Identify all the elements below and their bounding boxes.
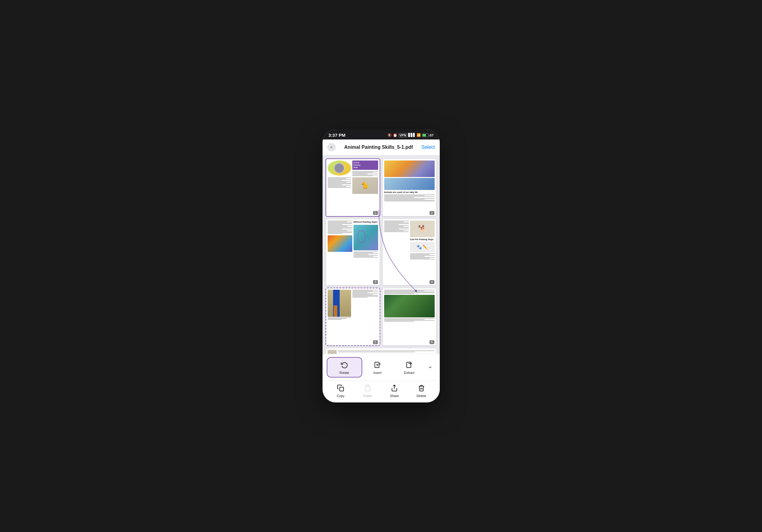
bottom-partial-page: 🧍 <box>326 348 436 354</box>
more-options-button[interactable] <box>425 362 435 372</box>
page2-heading: Animals are a part of our daily life <box>384 191 435 194</box>
device-frame: 3:37 PM 🔇 ⏰ VPN ▋▋▋ 📶 57 × Animal Painti… <box>323 129 440 403</box>
paste-icon <box>363 383 372 393</box>
status-icons: 🔇 ⏰ VPN ▋▋▋ 📶 57 <box>387 133 434 137</box>
page-thumb-2[interactable]: Animals are a part of our daily life 2 <box>383 159 436 216</box>
svg-rect-3 <box>366 385 369 386</box>
insert-icon <box>373 360 382 370</box>
paste-button[interactable]: Paste <box>354 383 381 398</box>
page-number-4: 4 <box>429 280 434 284</box>
rotate-button[interactable]: Rotate <box>327 358 362 377</box>
status-time: 3:37 PM <box>329 132 346 138</box>
nav-bar: × Animal Painting Skills_5-1.pdf Select <box>323 139 440 155</box>
delete-label: Delete <box>417 394 426 398</box>
extract-button[interactable]: Extract <box>394 360 425 374</box>
select-button[interactable]: Select <box>421 145 435 150</box>
extract-label: Extract <box>404 371 414 374</box>
page3-heading: Different Painting Styles <box>353 221 378 224</box>
page4-heading: Cute Pet Painting Steps <box>410 238 435 241</box>
bottom-toolbar: Rotate insert Extract <box>323 354 440 403</box>
clock-icon: ⏰ <box>393 133 397 137</box>
delete-button[interactable]: Delete <box>408 383 435 398</box>
vpn-label: VPN <box>399 133 407 137</box>
page-thumb-6[interactable]: 6 <box>383 288 436 345</box>
pdf-viewer: AnimalPaintingSkills 🐈 <box>323 155 440 354</box>
extract-icon <box>405 360 414 370</box>
paste-label: Paste <box>363 394 372 398</box>
page-number-6: 6 <box>429 340 434 344</box>
insert-button[interactable]: insert <box>362 360 394 374</box>
wifi-icon: 📶 <box>417 133 421 137</box>
battery-percent: 57 <box>430 133 433 137</box>
battery-icon <box>422 133 429 137</box>
volume-icon: 🔇 <box>387 133 392 137</box>
delete-icon <box>417 383 426 393</box>
signal-icon: ▋▋▋ <box>408 133 416 137</box>
toolbar-row1: Rotate insert Extract <box>323 354 440 381</box>
pages-grid: AnimalPaintingSkills 🐈 <box>326 159 436 345</box>
page-thumb-1[interactable]: AnimalPaintingSkills 🐈 <box>326 159 380 216</box>
rotate-icon <box>340 360 349 370</box>
insert-label: insert <box>373 371 381 374</box>
svg-rect-1 <box>407 362 411 368</box>
share-label: Share <box>390 394 399 398</box>
document-title: Animal Painting Skills_5-1.pdf <box>344 145 413 150</box>
copy-icon <box>336 383 345 393</box>
copy-label: Copy <box>337 394 344 398</box>
share-icon <box>390 383 399 393</box>
share-button[interactable]: Share <box>381 383 408 398</box>
toolbar-row2: Copy Paste <box>323 381 440 403</box>
status-bar: 3:37 PM 🔇 ⏰ VPN ▋▋▋ 📶 57 <box>323 129 440 139</box>
page-number-5: 5 <box>373 340 378 344</box>
svg-rect-2 <box>340 387 343 391</box>
page-number-3: 3 <box>373 280 378 284</box>
page-thumb-3[interactable]: Different Painting Styles <box>326 219 380 285</box>
page-thumb-5[interactable]: 5 <box>326 288 380 345</box>
copy-button[interactable]: Copy <box>327 383 354 398</box>
page-thumb-4[interactable]: 🐕 Cute Pet Painting Steps 🐾✏️ <box>383 219 436 285</box>
page-number-1: 1 <box>373 211 378 215</box>
close-button[interactable]: × <box>327 143 336 151</box>
page-number-2: 2 <box>429 211 434 215</box>
rotate-label: Rotate <box>340 371 349 374</box>
